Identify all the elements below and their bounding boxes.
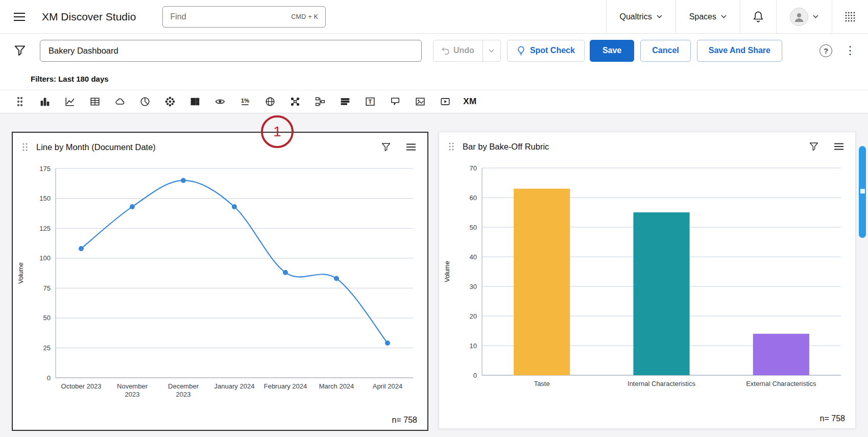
line-chart-widget[interactable]: Line by Month (Document Date) 0255075100… (12, 132, 428, 431)
svg-text:0: 0 (47, 374, 51, 382)
app-title: XM Discover Studio (42, 11, 136, 23)
spot-check-button[interactable]: Spot Check (507, 40, 585, 62)
widget-filter-icon[interactable] (379, 140, 393, 154)
treemap-icon[interactable] (182, 90, 207, 113)
label-callout-icon[interactable] (382, 90, 407, 113)
svg-text:50: 50 (470, 224, 477, 231)
word-cloud-icon[interactable] (107, 90, 132, 113)
svg-text:70: 70 (470, 164, 477, 172)
widget-header: Line by Month (Document Date) (13, 133, 427, 161)
spot-check-label: Spot Check (530, 46, 575, 55)
dashboard-filter-icon[interactable] (11, 42, 29, 59)
annotation-step-marker: 1 (261, 115, 294, 148)
cancel-button[interactable]: Cancel (640, 40, 690, 62)
map-globe-icon[interactable] (257, 90, 282, 113)
svg-text:150: 150 (39, 195, 51, 202)
widget-title: Bar by Bake-Off Rubric (463, 142, 549, 152)
svg-text:25: 25 (43, 344, 51, 352)
qualtrics-menu-label: Qualtrics (620, 12, 652, 21)
widget-menu-icon[interactable] (404, 141, 418, 153)
waffle-grid-icon (845, 11, 856, 22)
undo-button-group: Undo (433, 40, 501, 62)
text-lines-icon[interactable] (332, 90, 357, 113)
lightbulb-icon (517, 46, 525, 56)
search-shortcut-hint: CMD + K (291, 13, 318, 20)
svg-text:February 2024: February 2024 (264, 382, 307, 390)
filters-label[interactable]: Filters: Last 180 days (31, 75, 109, 83)
svg-text:30: 30 (470, 283, 477, 290)
help-button[interactable]: ? (819, 44, 832, 57)
filters-summary: Filters: Last 180 days (0, 67, 868, 90)
svg-text:0: 0 (473, 372, 477, 379)
svg-text:20: 20 (470, 312, 477, 320)
chevron-down-icon (657, 15, 662, 18)
annotation-number: 1 (273, 124, 281, 140)
text-box-icon[interactable]: T (357, 90, 382, 113)
user-account-menu[interactable] (776, 0, 832, 33)
svg-text:75: 75 (43, 284, 51, 292)
hierarchy-icon[interactable] (307, 90, 332, 113)
canvas-scrollbar-thumb[interactable] (859, 146, 866, 238)
svg-text:Taste: Taste (534, 380, 550, 387)
widget-drag-handle-icon[interactable] (448, 142, 454, 151)
main-menu-icon[interactable] (10, 9, 29, 25)
widget-filter-icon[interactable] (807, 140, 821, 153)
svg-text:40: 40 (470, 253, 477, 261)
bell-icon (753, 11, 764, 23)
widget-drag-handle-icon[interactable] (22, 142, 28, 152)
toolbar-drag-handle-icon[interactable] (7, 90, 32, 113)
qualtrics-menu[interactable]: Qualtrics (606, 0, 676, 33)
sample-size-label: n= 758 (820, 414, 845, 423)
dashboard-name-input[interactable] (40, 40, 422, 62)
global-search[interactable]: CMD + K (162, 6, 326, 28)
svg-text:April 2024: April 2024 (373, 382, 403, 390)
search-input[interactable] (170, 12, 291, 21)
app-switcher-button[interactable] (832, 0, 868, 33)
line-chart-icon[interactable] (57, 90, 82, 113)
metric-icon[interactable]: 1% (232, 90, 257, 113)
table-icon[interactable] (82, 90, 107, 113)
svg-text:January 2024: January 2024 (214, 382, 255, 390)
network-icon[interactable] (282, 90, 307, 113)
undo-icon (442, 46, 450, 55)
svg-text:100: 100 (39, 254, 51, 262)
scatter-icon[interactable] (157, 90, 182, 113)
xm-widget-icon[interactable]: XM (457, 90, 483, 113)
svg-text:175: 175 (39, 165, 51, 173)
bar-chart-widget[interactable]: Bar by Bake-Off Rubric 010203040506070Ta… (439, 132, 856, 429)
notifications-button[interactable] (740, 0, 776, 33)
svg-text:Internal Characteristics: Internal Characteristics (628, 380, 695, 387)
dashboard-canvas: Line by Month (Document Date) 0255075100… (0, 113, 868, 437)
svg-text:T: T (368, 99, 372, 105)
save-and-share-button[interactable]: Save And Share (697, 40, 782, 62)
widget-toolbar: 1% T XM (0, 90, 868, 113)
svg-text:125: 125 (39, 225, 51, 232)
sample-size-label: n= 758 (392, 416, 417, 425)
svg-text:External Characteristics: External Characteristics (746, 380, 816, 387)
image-icon[interactable] (407, 90, 432, 113)
undo-history-dropdown[interactable] (483, 40, 501, 62)
svg-text:2023: 2023 (176, 391, 191, 398)
undo-button[interactable]: Undo (433, 40, 483, 62)
bar-chart-icon[interactable] (32, 90, 57, 113)
video-icon[interactable] (432, 90, 457, 113)
chevron-down-icon (721, 15, 727, 18)
svg-text:10: 10 (470, 342, 477, 350)
svg-text:2023: 2023 (125, 391, 140, 398)
dashboard-edit-bar: Undo Spot Check Save Cancel Save And Sha… (0, 34, 868, 67)
spaces-menu[interactable]: Spaces (676, 0, 740, 33)
more-options-icon[interactable]: ⋮ (845, 45, 856, 56)
save-button[interactable]: Save (590, 40, 634, 62)
svg-text:December: December (168, 382, 199, 390)
svg-text:October 2023: October 2023 (61, 382, 102, 390)
chevron-down-icon (813, 15, 818, 18)
widget-title: Line by Month (Document Date) (36, 142, 156, 152)
undo-label: Undo (453, 46, 474, 55)
scrollbar-notch (860, 189, 865, 193)
preview-eye-icon[interactable] (207, 90, 232, 113)
bar-chart: 010203040506070TasteInternal Characteris… (439, 161, 854, 409)
svg-text:60: 60 (470, 194, 477, 202)
widget-menu-icon[interactable] (832, 141, 846, 152)
svg-text:March 2024: March 2024 (319, 382, 354, 390)
pie-chart-icon[interactable] (132, 90, 157, 113)
